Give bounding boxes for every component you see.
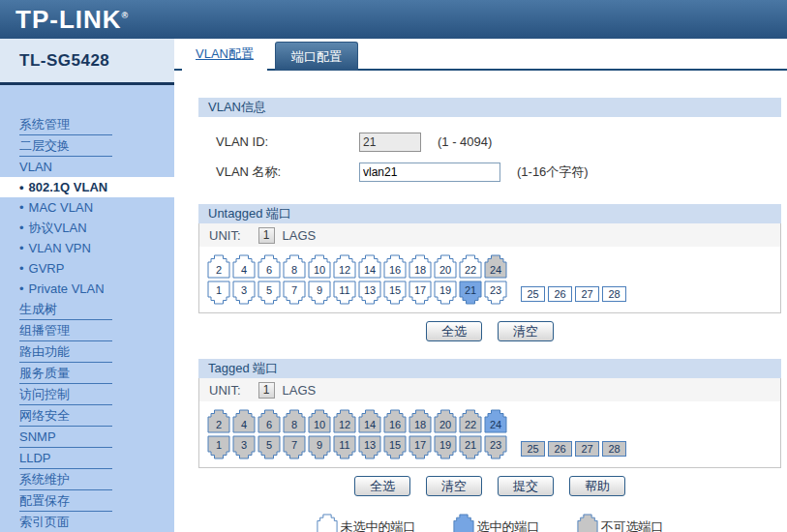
sidebar-item-multicast-management[interactable]: 组播管理: [19, 320, 112, 341]
lags-label[interactable]: LAGS: [283, 383, 317, 398]
bullet-icon: •: [19, 241, 24, 255]
port-10[interactable]: 10: [308, 254, 331, 279]
unit-1-button[interactable]: 1: [258, 227, 275, 244]
submit-button[interactable]: 提交: [498, 476, 554, 496]
svg-text:4: 4: [241, 264, 247, 276]
sidebar-item-index-page[interactable]: 索引页面: [19, 512, 112, 532]
vlan-name-input[interactable]: [359, 163, 500, 182]
sidebar-item-private-vlan[interactable]: •Private VLAN: [0, 279, 174, 299]
sidebar: 系统管理二层交换VLAN•802.1Q VLAN•MAC VLAN•协议VLAN…: [0, 85, 174, 532]
clear-button[interactable]: 清空: [498, 321, 554, 341]
port-2: 2: [207, 409, 230, 433]
svg-text:19: 19: [439, 439, 451, 451]
port-28[interactable]: 28: [602, 286, 626, 302]
port-14: 14: [358, 409, 381, 433]
sidebar-item-spanning-tree[interactable]: 生成树: [19, 299, 112, 320]
port-11: 11: [333, 435, 356, 459]
tab-port-config[interactable]: 端口配置: [275, 42, 358, 71]
sidebar-item-lldp[interactable]: LLDP: [19, 448, 112, 469]
lags-label[interactable]: LAGS: [283, 228, 317, 243]
svg-text:24: 24: [490, 264, 501, 276]
svg-text:22: 22: [465, 419, 476, 430]
port-9[interactable]: 9: [308, 281, 331, 305]
sidebar-item-snmp[interactable]: SNMP: [19, 427, 112, 448]
clear-button[interactable]: 清空: [426, 476, 482, 496]
sidebar-item-routing[interactable]: 路由功能: [19, 341, 112, 363]
vlan-info-header: VLAN信息: [198, 98, 781, 117]
port-24: 24: [484, 254, 507, 279]
port-25[interactable]: 25: [521, 286, 545, 302]
port-7[interactable]: 7: [283, 281, 306, 305]
port-14[interactable]: 14: [358, 254, 381, 279]
port-26[interactable]: 26: [548, 286, 572, 302]
port-27[interactable]: 27: [575, 286, 599, 302]
port-13[interactable]: 13: [358, 281, 381, 305]
legend-label: 不可选端口: [601, 518, 664, 532]
port-legend: 未选中的端口选中的端口不可选端口: [198, 514, 781, 532]
port-3[interactable]: 3: [232, 281, 256, 305]
sidebar-item-l2-switching[interactable]: 二层交换: [19, 135, 112, 157]
sidebar-item-system-management[interactable]: 系统管理: [19, 114, 112, 135]
svg-text:16: 16: [389, 264, 401, 276]
help-button[interactable]: 帮助: [569, 476, 625, 496]
port-2[interactable]: 2: [207, 254, 230, 279]
left-panel: TL-SG5428 系统管理二层交换VLAN•802.1Q VLAN•MAC V…: [0, 39, 174, 532]
sidebar-item-vlan-vpn[interactable]: •VLAN VPN: [0, 238, 174, 258]
port-20[interactable]: 20: [434, 254, 457, 279]
sidebar-item-qos[interactable]: 服务质量: [19, 363, 112, 384]
sidebar-item-vlan[interactable]: VLAN: [19, 157, 112, 177]
port-11[interactable]: 11: [333, 281, 356, 305]
port-22: 22: [459, 409, 482, 433]
port-6[interactable]: 6: [257, 254, 281, 279]
port-24[interactable]: 24: [484, 409, 507, 433]
port-9: 9: [308, 435, 331, 459]
port-4[interactable]: 4: [232, 254, 256, 279]
port-18[interactable]: 18: [409, 254, 432, 279]
port-15[interactable]: 15: [383, 281, 407, 305]
unit-label: UNIT:: [209, 383, 241, 398]
tab-vlan-config[interactable]: VLAN配置: [182, 39, 267, 71]
svg-text:1: 1: [216, 284, 222, 296]
port-5[interactable]: 5: [257, 281, 281, 305]
sidebar-item-access-control[interactable]: 访问控制: [19, 384, 112, 405]
sidebar-item-802-1q-vlan[interactable]: •802.1Q VLAN: [0, 177, 174, 197]
select-all-button[interactable]: 全选: [426, 321, 482, 341]
port-26: 26: [548, 441, 572, 457]
svg-text:18: 18: [414, 264, 426, 276]
sidebar-item-mac-vlan[interactable]: •MAC VLAN: [0, 197, 174, 218]
legend-label: 未选中的端口: [341, 518, 416, 532]
device-model: TL-SG5428: [0, 39, 174, 82]
untagged-port-row-odd: 135791113151719212325262728: [207, 281, 772, 305]
unit-1-button[interactable]: 1: [258, 382, 275, 399]
svg-text:22: 22: [465, 264, 476, 276]
sidebar-item-gvrp[interactable]: •GVRP: [0, 258, 174, 279]
port-16[interactable]: 16: [383, 254, 407, 279]
svg-text:2: 2: [216, 419, 222, 430]
bullet-icon: •: [19, 281, 24, 296]
port-17[interactable]: 17: [409, 281, 432, 305]
sidebar-item-config-save[interactable]: 配置保存: [19, 490, 112, 512]
port-12[interactable]: 12: [333, 254, 356, 279]
port-22[interactable]: 22: [459, 254, 482, 279]
port-19[interactable]: 19: [434, 281, 457, 305]
port-21[interactable]: 21: [459, 281, 482, 305]
svg-text:3: 3: [241, 284, 247, 296]
svg-text:17: 17: [414, 439, 426, 451]
legend-item-normal: 未选中的端口: [317, 514, 416, 532]
sidebar-item-protocol-vlan[interactable]: •协议VLAN: [0, 218, 174, 238]
svg-text:5: 5: [266, 284, 272, 296]
svg-text:19: 19: [439, 284, 451, 296]
port-8[interactable]: 8: [283, 254, 306, 279]
port-23[interactable]: 23: [484, 281, 507, 305]
port-icon: [453, 514, 474, 532]
select-all-button[interactable]: 全选: [354, 476, 410, 496]
sidebar-item-system-maintenance[interactable]: 系统维护: [19, 469, 112, 490]
port-7: 7: [283, 435, 306, 459]
svg-text:7: 7: [291, 284, 297, 296]
port-1[interactable]: 1: [207, 281, 230, 305]
sidebar-item-network-security[interactable]: 网络安全: [19, 405, 112, 427]
tagged-port-row-even: 24681012141618202224: [207, 409, 772, 433]
svg-text:13: 13: [364, 284, 376, 296]
port-icon: [317, 514, 338, 532]
legend-item-disabled: 不可选端口: [577, 514, 664, 532]
